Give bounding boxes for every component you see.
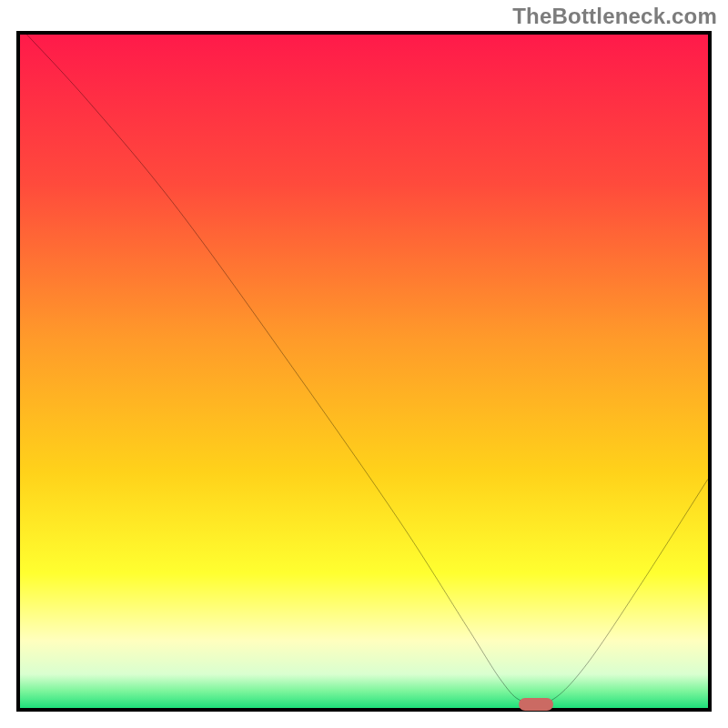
optimal-marker: [519, 698, 553, 711]
watermark-text: TheBottleneck.com: [512, 4, 717, 29]
chart-container: TheBottleneck.com: [0, 0, 728, 728]
bottleneck-curve: [20, 35, 708, 708]
plot-frame: [16, 31, 712, 712]
